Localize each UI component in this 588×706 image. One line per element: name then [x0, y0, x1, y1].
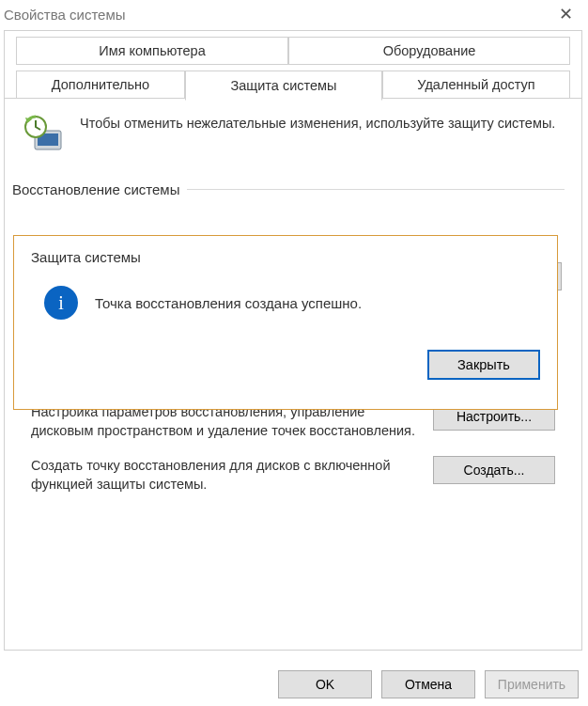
tab-computer-name[interactable]: Имя компьютера — [16, 37, 288, 65]
tab-label: Имя компьютера — [99, 43, 205, 58]
popup-close-button[interactable]: Закрыть — [427, 350, 540, 380]
tab-hardware[interactable]: Оборудование — [288, 37, 570, 65]
info-icon: i — [44, 286, 78, 320]
shield-restore-icon — [22, 112, 67, 157]
tab-label: Удаленный доступ — [417, 77, 534, 92]
apply-button[interactable]: Применить — [485, 670, 579, 698]
close-icon[interactable]: ✕ — [553, 4, 579, 24]
create-button[interactable]: Создать... — [433, 456, 555, 484]
ok-button[interactable]: OK — [278, 670, 372, 698]
popup-title: Защита системы — [31, 249, 540, 265]
cancel-button[interactable]: Отмена — [381, 670, 475, 698]
tab-row-2: Дополнительно Защита системы Удаленный д… — [5, 65, 581, 99]
create-description: Создать точку восстановления для дисков … — [31, 456, 420, 494]
tab-system-protection[interactable]: Защита системы — [185, 71, 382, 101]
popup-message: Точка восстановления создана успешно. — [95, 295, 362, 311]
tab-remote[interactable]: Удаленный доступ — [382, 71, 570, 99]
tab-advanced[interactable]: Дополнительно — [16, 71, 185, 99]
tab-label: Защита системы — [231, 78, 337, 93]
intro-text: Чтобы отменить нежелательные изменения, … — [80, 112, 555, 157]
dialog-footer-buttons: OK Отмена Применить — [278, 670, 579, 698]
tab-label: Оборудование — [383, 43, 476, 58]
tab-label: Дополнительно — [52, 77, 149, 92]
popup-dialog: Защита системы i Точка восстановления со… — [13, 235, 558, 410]
divider — [187, 189, 565, 190]
section-restore-label: Восстановление системы — [12, 181, 179, 197]
tab-row-1: Имя компьютера Оборудование — [5, 31, 581, 65]
window-title: Свойства системы — [4, 7, 126, 23]
